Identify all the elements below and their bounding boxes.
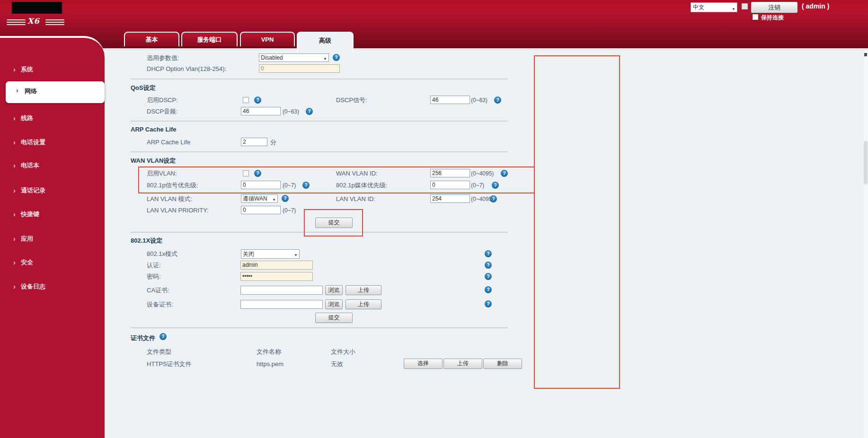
lan-vlan-priority-input[interactable]: 0 <box>241 206 281 214</box>
option-value-label: 选用参数值: <box>147 54 179 62</box>
dscp-signal-range: (0~63) <box>471 97 487 104</box>
dscp-audio-label: DSCP音频: <box>147 108 178 115</box>
sidebar-item-application[interactable]: 应用 <box>0 233 105 245</box>
language-select-value: 中文 <box>693 4 704 10</box>
help-icon[interactable] <box>492 182 499 189</box>
help-icon[interactable] <box>254 96 261 104</box>
help-icon[interactable] <box>501 170 508 177</box>
dscp-signal-label: DSCP信号: <box>336 96 367 104</box>
help-icon[interactable] <box>485 286 492 293</box>
help-icon[interactable] <box>306 108 313 115</box>
keep-connection-label: 保持连接 <box>761 14 784 22</box>
help-icon[interactable] <box>159 333 167 340</box>
dot1x-section-title: 802.1X设定 <box>131 237 162 245</box>
8021p-signal-range: (0~7) <box>283 182 296 189</box>
enable-dscp-label: 启用DSCP: <box>147 96 178 104</box>
vlan-submit-button[interactable]: 提交 <box>315 218 353 228</box>
help-icon[interactable] <box>485 250 492 257</box>
lan-vlan-id-label: LAN VLAN ID: <box>336 195 375 203</box>
help-icon[interactable] <box>302 182 310 189</box>
sidebar-item-phone-settings[interactable]: 电话设置 <box>0 137 105 148</box>
password-input[interactable]: ••••• <box>240 272 313 281</box>
8021p-signal-input[interactable]: 0 <box>241 181 281 189</box>
ca-cert-browse-button[interactable]: 浏览 <box>325 285 343 295</box>
auth-input[interactable]: admin <box>240 261 313 270</box>
arp-cache-life-input[interactable]: 2 <box>241 138 267 146</box>
cert-delete-button[interactable]: 删除 <box>483 359 522 369</box>
speed-lines-icon <box>7 19 26 25</box>
wan-vlan-section-title: WAN VLAN设定 <box>131 157 176 165</box>
help-icon[interactable] <box>254 170 261 177</box>
cert-row-name: https.pem <box>257 360 283 368</box>
dot1x-mode-label: 802.1x模式 <box>147 250 177 258</box>
8021p-media-input[interactable]: 0 <box>430 181 470 189</box>
wan-vlan-id-input[interactable]: 256 <box>430 169 470 177</box>
sidebar-item-call-log[interactable]: 通话记录 <box>0 185 105 196</box>
help-icon[interactable] <box>485 262 492 269</box>
cert-col-name: 文件名称 <box>257 348 281 356</box>
lan-vlan-id-input[interactable]: 254 <box>430 194 470 203</box>
language-select[interactable]: 中文 <box>691 2 737 12</box>
dscp-audio-range: (0~63) <box>283 108 299 115</box>
cert-upload-button[interactable]: 上传 <box>443 359 482 369</box>
help-icon[interactable] <box>485 273 492 280</box>
scrollbar-thumb[interactable] <box>864 141 868 184</box>
sidebar-item-system[interactable]: 系统 <box>0 64 105 75</box>
help-icon[interactable] <box>485 300 492 307</box>
dev-cert-input[interactable] <box>240 300 323 309</box>
lan-vlan-mode-select[interactable]: 遵循WAN <box>241 194 278 203</box>
sidebar-item-security[interactable]: 安全 <box>0 257 105 268</box>
tab-advanced[interactable]: 高级 <box>297 32 354 53</box>
help-icon[interactable] <box>282 195 289 202</box>
enable-dscp-checkbox[interactable] <box>243 97 249 103</box>
dot1x-submit-button[interactable]: 提交 <box>315 313 353 323</box>
help-icon[interactable] <box>490 195 497 202</box>
cert-row-type: HTTPS证书文件 <box>147 360 192 368</box>
arp-unit-label: 分 <box>270 139 276 146</box>
tab-basic[interactable]: 基本 <box>124 32 179 46</box>
enable-vlan-checkbox[interactable] <box>243 170 249 176</box>
brand-logo <box>12 2 62 14</box>
arp-section-title: ARP Cache Life <box>131 126 177 133</box>
dhcp-option-vlan-input[interactable]: 0 <box>259 64 340 73</box>
dscp-audio-input[interactable]: 46 <box>241 107 281 115</box>
lan-vlan-priority-range: (0~7) <box>283 207 296 214</box>
sidebar: 系统 网络 线路 电话设置 电话本 通话记录 快捷键 应用 安全 设备日志 <box>0 36 105 438</box>
8021p-media-label: 802.1p媒体优先级: <box>336 182 387 189</box>
dhcp-option-vlan-label: DHCP Option Vlan(128-254): <box>147 65 226 73</box>
section-divider <box>131 121 508 122</box>
dot1x-mode-select[interactable]: 关闭 <box>241 249 300 259</box>
ca-cert-upload-button[interactable]: 上传 <box>345 285 381 295</box>
sidebar-item-device-log[interactable]: 设备日志 <box>0 281 105 292</box>
option-value-select[interactable]: Disabled <box>259 53 329 62</box>
sidebar-item-network[interactable]: 网络 <box>6 81 105 103</box>
header-checkbox[interactable] <box>742 3 748 9</box>
annotation-box-right <box>534 55 620 389</box>
sidebar-item-phonebook[interactable]: 电话本 <box>0 160 105 171</box>
section-divider <box>131 151 508 152</box>
tab-vpn[interactable]: VPN <box>240 32 295 46</box>
lan-vlan-priority-label: LAN VLAN PRIORITY: <box>147 207 209 214</box>
cert-col-size: 文件大小 <box>331 348 355 356</box>
admin-label: ( admin ) <box>802 2 829 10</box>
keep-connection-checkbox[interactable] <box>753 14 758 20</box>
cert-select-button[interactable]: 选择 <box>404 359 443 369</box>
scrollbar-track[interactable] <box>863 0 868 438</box>
tab-service-port[interactable]: 服务端口 <box>181 32 238 46</box>
logout-button[interactable]: 注销 <box>751 2 797 13</box>
8021p-media-range: (0~7) <box>471 182 484 189</box>
auth-label: 认证: <box>147 262 161 269</box>
cert-row-size: 无效 <box>331 360 343 368</box>
enable-vlan-label: 启用VLAN: <box>147 170 177 177</box>
help-icon[interactable] <box>333 54 340 61</box>
scrollbar-arrow[interactable] <box>864 53 867 56</box>
dscp-signal-input[interactable]: 46 <box>430 96 470 104</box>
dev-cert-browse-button[interactable]: 浏览 <box>325 299 343 309</box>
help-icon[interactable] <box>494 96 501 104</box>
sidebar-item-line[interactable]: 线路 <box>0 113 105 124</box>
password-label: 密码: <box>147 273 161 280</box>
sidebar-item-function-key[interactable]: 快捷键 <box>0 209 105 220</box>
certs-section-title: 证书文件 <box>131 334 155 342</box>
dev-cert-upload-button[interactable]: 上传 <box>345 299 381 309</box>
ca-cert-input[interactable] <box>240 286 323 295</box>
